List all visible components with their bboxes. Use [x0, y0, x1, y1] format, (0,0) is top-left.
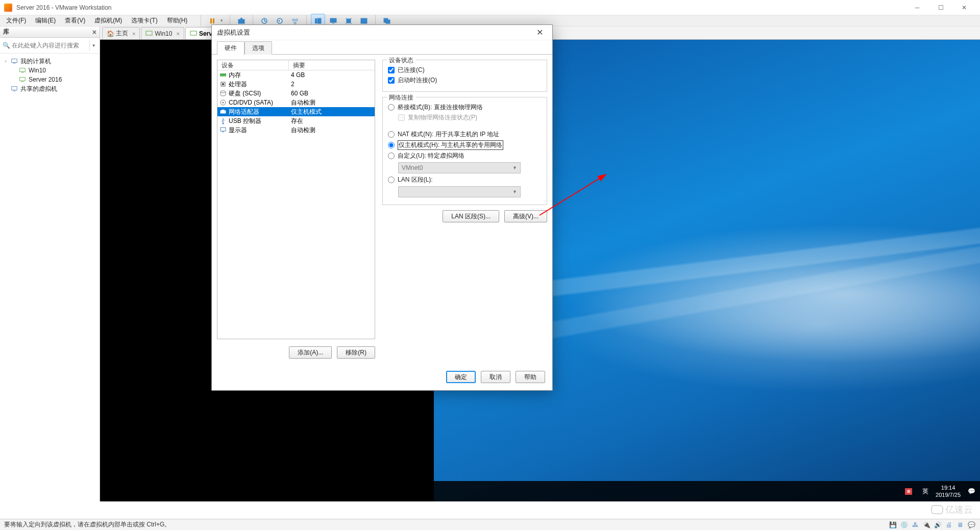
svg-rect-39 — [220, 128, 226, 131]
svg-rect-14 — [361, 18, 367, 23]
cancel-button[interactable]: 取消 — [481, 371, 510, 383]
dialog-titlebar: 虚拟机设置 ✕ — [212, 25, 552, 40]
ram-icon — [219, 71, 227, 79]
radio-hostonly[interactable]: 仅主机模式(H): 与主机共享的专用网络 — [388, 140, 542, 150]
device-row-cddvd[interactable]: CD/DVD (SATA) 自动检测 — [217, 98, 375, 107]
add-device-button[interactable]: 添加(A)... — [289, 346, 332, 359]
tree-vm-server2016[interactable]: Server 2016 — [10, 75, 97, 84]
display-icon — [219, 127, 227, 134]
network-icon — [219, 108, 227, 115]
svg-rect-24 — [146, 31, 152, 35]
computer-icon — [10, 57, 18, 65]
sb-sound-icon[interactable]: 🔊 — [933, 521, 942, 529]
tree-label: Win10 — [29, 67, 46, 74]
menu-tabs[interactable]: 选项卡(T) — [127, 15, 161, 26]
dialog-close-button[interactable]: ✕ — [532, 25, 547, 40]
guest-date: 2019/7/25 — [936, 491, 961, 498]
group-legend: 网络连接 — [387, 93, 415, 102]
guest-time: 19:14 — [941, 484, 955, 491]
maximize-button[interactable]: ☐ — [929, 0, 952, 15]
notifications-icon[interactable]: 💬 — [965, 488, 978, 495]
tab-label: Win10 — [155, 30, 172, 37]
status-icons: 💾 💿 🖧 🔌 🔊 🖨 🖥 💬 — [888, 521, 976, 529]
network-connection-group: 网络连接 桥接模式(B): 直接连接物理网络 复制物理网络连接状态(P) NAT… — [382, 97, 547, 205]
sb-net-icon[interactable]: 🖧 — [911, 521, 920, 529]
device-buttons: 添加(A)... 移除(R) — [217, 346, 375, 359]
svg-rect-29 — [224, 76, 224, 77]
menu-help[interactable]: 帮助(H) — [163, 15, 192, 26]
device-row-display[interactable]: 显示器 自动检测 — [217, 125, 375, 135]
dialog-tabs: 硬件 选项 — [212, 40, 552, 55]
lan-segments-button[interactable]: LAN 区段(S)... — [443, 210, 499, 222]
sb-display-icon[interactable]: 🖥 — [955, 521, 965, 529]
connect-at-poweron-checkbox[interactable]: 启动时连接(O) — [388, 76, 542, 85]
vm-tab-icon — [190, 30, 197, 37]
svg-rect-16 — [386, 20, 390, 23]
tab-close-button[interactable]: × — [132, 31, 135, 37]
advanced-button[interactable]: 高级(V)... — [504, 210, 547, 222]
ime-indicator[interactable]: ❄ 中 英 — [902, 481, 932, 501]
device-row-network[interactable]: 网络适配器 仅主机模式 — [217, 107, 375, 116]
svg-rect-17 — [12, 59, 17, 63]
vm-settings-dialog: 虚拟机设置 ✕ 硬件 选项 设备 摘要 内存 4 GB 处理器 2 — [211, 24, 553, 391]
tree-vm-win10[interactable]: Win10 — [10, 66, 97, 75]
svg-rect-13 — [347, 19, 351, 23]
sb-printer-icon[interactable]: 🖨 — [944, 521, 953, 529]
svg-point-38 — [223, 123, 224, 124]
group-legend: 设备状态 — [387, 56, 415, 65]
radio-nat[interactable]: NAT 模式(N): 用于共享主机的 IP 地址 — [388, 130, 542, 139]
svg-point-7 — [296, 19, 298, 21]
remove-device-button[interactable]: 移除(R) — [337, 346, 375, 359]
tab-hardware[interactable]: 硬件 — [217, 41, 244, 55]
close-button[interactable]: ✕ — [952, 0, 976, 15]
dialog-body: 设备 摘要 内存 4 GB 处理器 2 硬盘 (SCSI) 60 GB CD/D… — [212, 55, 552, 364]
svg-rect-32 — [222, 83, 224, 85]
device-row-memory[interactable]: 内存 4 GB — [217, 70, 375, 80]
menu-edit[interactable]: 编辑(E) — [31, 15, 60, 26]
device-panel: 设备 摘要 内存 4 GB 处理器 2 硬盘 (SCSI) 60 GB CD/D… — [217, 60, 375, 359]
collapse-icon[interactable]: ▫ — [3, 59, 8, 64]
svg-rect-37 — [222, 110, 225, 111]
guest-clock[interactable]: 19:14 2019/7/25 — [932, 484, 965, 498]
power-menu-caret[interactable]: ▼ — [219, 18, 224, 23]
radio-custom[interactable]: 自定义(U): 特定虚拟网络 — [388, 152, 542, 160]
cpu-icon — [219, 81, 227, 88]
radio-bridged[interactable]: 桥接模式(B): 直接连接物理网络 — [388, 103, 542, 112]
menu-view[interactable]: 查看(V) — [61, 15, 89, 26]
svg-point-6 — [292, 19, 295, 21]
device-row-usb[interactable]: USB 控制器 存在 — [217, 116, 375, 125]
library-title: 库 — [3, 28, 9, 36]
sb-hdd-icon[interactable]: 💾 — [888, 521, 897, 529]
menu-vm[interactable]: 虚拟机(M) — [90, 15, 126, 26]
menu-file[interactable]: 文件(F) — [2, 15, 30, 26]
minimize-button[interactable]: ─ — [905, 0, 929, 15]
tab-close-button[interactable]: × — [176, 31, 179, 37]
tab-win10[interactable]: Win10 × — [141, 27, 184, 39]
sb-cd-icon[interactable]: 💿 — [899, 521, 909, 529]
svg-rect-26 — [220, 73, 226, 76]
svg-rect-0 — [210, 18, 212, 23]
connected-checkbox[interactable]: 已连接(C) — [388, 66, 542, 74]
tree-shared-vms[interactable]: 共享的虚拟机 — [2, 84, 97, 93]
library-close-button[interactable]: × — [92, 28, 96, 36]
svg-rect-36 — [220, 111, 226, 113]
ok-button[interactable]: 确定 — [446, 371, 476, 383]
svg-rect-30 — [225, 76, 226, 77]
device-row-hdd[interactable]: 硬盘 (SCSI) 60 GB — [217, 89, 375, 98]
search-dropdown-button[interactable]: ▼ — [89, 40, 97, 51]
sb-usb-icon[interactable]: 🔌 — [922, 521, 931, 529]
library-search: 🔍 ▼ — [0, 38, 100, 54]
network-buttons: LAN 区段(S)... 高级(V)... — [382, 210, 547, 222]
vm-icon — [18, 66, 27, 74]
svg-rect-25 — [190, 31, 197, 35]
radio-lan-segment[interactable]: LAN 区段(L): — [388, 175, 542, 184]
svg-rect-18 — [13, 63, 15, 64]
tab-home[interactable]: 🏠 主页 × — [102, 27, 140, 39]
sb-message-icon[interactable]: 💬 — [967, 521, 976, 529]
help-button[interactable]: 帮助 — [516, 371, 545, 383]
device-row-cpu[interactable]: 处理器 2 — [217, 80, 375, 89]
vm-icon — [18, 75, 27, 84]
search-input[interactable] — [12, 40, 88, 51]
tree-my-computer[interactable]: ▫ 我的计算机 — [2, 57, 97, 66]
tab-options[interactable]: 选项 — [244, 41, 272, 55]
